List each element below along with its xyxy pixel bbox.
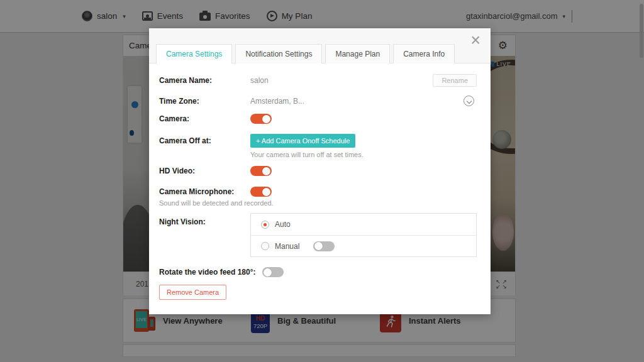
auto-label: Auto — [275, 220, 291, 229]
camera-name-value: salon — [250, 76, 269, 85]
remove-camera-button[interactable]: Remove Camera — [159, 285, 226, 300]
camera-off-row: Camera Off at: + Add Camera Onoff Schedu… — [159, 134, 477, 158]
camera-name-row: Camera Name: salon Rename — [159, 74, 477, 87]
modal-body: Camera Name: salon Rename Time Zone: Ams… — [149, 63, 491, 309]
add-schedule-button[interactable]: + Add Camera Onoff Schedule — [250, 134, 355, 148]
camera-off-label: Camera Off at: — [159, 136, 250, 145]
rotate-label: Rotate the video feed 180°: — [159, 268, 256, 277]
microphone-toggle[interactable] — [250, 187, 272, 197]
camera-toggle-row: Camera: — [159, 114, 477, 124]
scrollbar-thumb[interactable] — [640, 4, 643, 58]
camera-toggle-label: Camera: — [159, 114, 250, 123]
modal-header: × Camera Settings Notification Settings … — [149, 28, 491, 63]
tab-camera-settings[interactable]: Camera Settings — [156, 44, 232, 63]
manual-label: Manual — [275, 242, 299, 251]
tab-notification-settings[interactable]: Notification Settings — [235, 44, 322, 63]
radio-manual[interactable] — [261, 242, 269, 250]
time-zone-label: Time Zone: — [159, 97, 250, 106]
time-zone-value: Amsterdam, B... — [250, 97, 304, 106]
microphone-row: Camera Microphone: — [159, 187, 477, 197]
camera-off-controls: + Add Camera Onoff Schedule Your camera … — [250, 134, 364, 158]
time-zone-row: Time Zone: Amsterdam, B... — [159, 96, 477, 106]
night-vision-row: Night Vision: Auto Manual — [159, 213, 477, 257]
night-vision-box: Auto Manual — [250, 213, 477, 257]
hd-video-label: HD Video: — [159, 167, 250, 175]
rotate-row: Rotate the video feed 180°: — [159, 267, 477, 277]
camera-name-label: Camera Name: — [159, 76, 250, 85]
night-vision-option-manual[interactable]: Manual — [251, 235, 476, 256]
camera-settings-modal: × Camera Settings Notification Settings … — [149, 28, 491, 314]
tab-camera-info[interactable]: Camera Info — [393, 44, 455, 63]
tab-manage-plan[interactable]: Manage Plan — [325, 44, 390, 63]
timezone-expand-icon[interactable] — [464, 96, 474, 106]
rotate-toggle[interactable] — [262, 267, 284, 277]
modal-tabs: Camera Settings Notification Settings Ma… — [156, 44, 455, 63]
radio-auto[interactable] — [261, 221, 269, 229]
hd-video-row: HD Video: — [159, 166, 477, 176]
night-vision-option-auto[interactable]: Auto — [251, 214, 476, 235]
night-vision-label: Night Vision: — [159, 217, 250, 226]
microphone-label: Camera Microphone: — [159, 187, 250, 196]
rename-button[interactable]: Rename — [433, 74, 477, 87]
camera-toggle[interactable] — [250, 114, 272, 124]
manual-night-vision-toggle[interactable] — [313, 241, 335, 251]
camera-off-caption: Your camera will turn off at set times. — [250, 151, 364, 158]
microphone-caption: Sound will be detected and recorded. — [159, 199, 477, 207]
hd-video-toggle[interactable] — [250, 166, 272, 176]
close-icon[interactable]: × — [470, 32, 480, 49]
